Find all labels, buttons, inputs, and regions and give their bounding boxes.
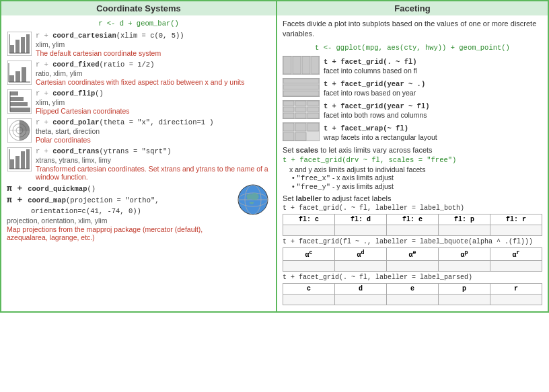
table3-cell-4 bbox=[439, 295, 490, 305]
table2-cell-5 bbox=[490, 261, 542, 272]
svg-rect-4 bbox=[26, 34, 30, 53]
svg-rect-58 bbox=[295, 123, 306, 131]
svg-rect-2 bbox=[15, 40, 20, 53]
bar-chart-flipped-icon bbox=[7, 89, 32, 114]
table1-cell-5 bbox=[490, 225, 542, 235]
coord-trans-text: r + coord_trans(ytrans = "sqrt") xtrans,… bbox=[36, 147, 270, 181]
svg-rect-43 bbox=[283, 79, 319, 83]
coord-fixed-text: r + coord_fixed(ratio = 1/2) ratio, xlim… bbox=[36, 60, 270, 86]
facet-grid-both-text: t + facet_grid(year ~ fl) facet into bot… bbox=[324, 102, 542, 119]
table1-cell-1 bbox=[283, 225, 335, 235]
svg-rect-14 bbox=[10, 91, 18, 95]
table2-container: t + facet_grid(fl ~ ., labeller = label_… bbox=[283, 238, 542, 272]
table1-cell-2 bbox=[335, 225, 387, 235]
labeller-header: Set labeller to adjust facet labels bbox=[283, 194, 542, 202]
table2-header-1: αc bbox=[283, 247, 335, 260]
table3-container: t + facet_grid(. ~ fl, labeller = label_… bbox=[283, 274, 542, 305]
table3-cell-3 bbox=[387, 295, 439, 305]
facet-wrap-row: t + facet_wrap(~ fl) wrap facets into a … bbox=[283, 122, 542, 143]
table2-cell-1 bbox=[283, 261, 335, 272]
table3-header-5: r bbox=[490, 284, 542, 295]
t-code: t <- ggplot(mpg, aes(cty, hwy)) + geom_p… bbox=[315, 44, 510, 52]
svg-rect-8 bbox=[9, 75, 14, 82]
svg-rect-41 bbox=[312, 56, 319, 74]
svg-rect-49 bbox=[307, 101, 319, 106]
table1-header-5: fl: r bbox=[490, 214, 542, 225]
facet-grid-cols-row: t + facet_grid(. ~ fl) facet into column… bbox=[283, 56, 542, 76]
table1: fl: c fl: d fl: e fl: p fl: r bbox=[283, 214, 542, 236]
svg-rect-29 bbox=[21, 151, 25, 169]
svg-rect-54 bbox=[295, 113, 306, 118]
bar-chart-wide-icon bbox=[7, 61, 32, 85]
table2-header-4: αp bbox=[439, 247, 490, 260]
scales-desc: x and y axis limits adjust to individual… bbox=[289, 165, 542, 173]
svg-rect-51 bbox=[295, 107, 306, 112]
table3-header-4: p bbox=[439, 284, 490, 295]
svg-rect-57 bbox=[283, 123, 294, 131]
facet-wrap-text: t + facet_wrap(~ fl) wrap facets into a … bbox=[324, 124, 542, 141]
svg-rect-16 bbox=[10, 102, 28, 106]
scales-code: t + facet_grid(drv ~ fl, scales = "free"… bbox=[283, 156, 542, 164]
table2-cell-3 bbox=[387, 261, 439, 272]
coord-polar-icon bbox=[7, 118, 32, 143]
right-panel: Faceting Facets divide a plot into subpl… bbox=[277, 1, 548, 311]
svg-rect-1 bbox=[10, 45, 14, 53]
facet-grid-cols-text: t + facet_grid(. ~ fl) facet into column… bbox=[324, 57, 542, 75]
table2-header-2: αd bbox=[335, 247, 387, 260]
table1-header-4: fl: p bbox=[439, 214, 490, 225]
coord-flip-icon bbox=[7, 89, 32, 114]
table2-header-3: αe bbox=[387, 247, 439, 260]
pi-section: π + coord_quickmap() π + coord_map(proje… bbox=[7, 184, 270, 241]
coord-polar-row: r + coord_polar(theta = "x", direction=1… bbox=[7, 118, 270, 144]
coord-flip-text: r + coord_flip() xlim, ylim Flipped Cart… bbox=[36, 89, 270, 115]
coord-flip-row: r + coord_flip() xlim, ylim Flipped Cart… bbox=[7, 89, 270, 115]
svg-rect-55 bbox=[307, 113, 319, 118]
svg-rect-10 bbox=[22, 67, 26, 82]
svg-rect-50 bbox=[283, 107, 294, 112]
bar-chart-transformed-icon bbox=[7, 147, 32, 171]
coord-trans-row: r + coord_trans(ytrans = "sqrt") xtrans,… bbox=[7, 147, 270, 181]
svg-rect-3 bbox=[21, 37, 25, 53]
svg-rect-27 bbox=[10, 159, 14, 169]
table2-cell-2 bbox=[335, 261, 387, 272]
table1-header-2: fl: d bbox=[335, 214, 387, 225]
globe-icon bbox=[237, 184, 269, 216]
svg-rect-60 bbox=[283, 132, 294, 141]
coord-cartesian-row: r + coord_cartesian(xlim = c(0, 5)) xlim… bbox=[7, 31, 270, 57]
svg-rect-48 bbox=[295, 101, 306, 106]
scales-bullet-1: • "free_x" - x axis limits adjust bbox=[292, 173, 542, 182]
coord-fixed-row: r + coord_fixed(ratio = 1/2) ratio, xlim… bbox=[7, 60, 270, 86]
facet-grid-both-row: t + facet_grid(year ~ fl) facet into bot… bbox=[283, 100, 542, 120]
left-title: Coordinate Systems bbox=[1, 1, 276, 15]
facet-cols-icon bbox=[283, 56, 320, 76]
svg-rect-40 bbox=[302, 56, 310, 74]
left-panel: Coordinate Systems r <- d + geom_bar() r… bbox=[1, 1, 277, 311]
intro-code: r <- d + geom_bar() bbox=[98, 19, 179, 28]
coord-cartesian-icon bbox=[7, 31, 32, 56]
table3-header-2: d bbox=[335, 284, 387, 295]
right-title: Faceting bbox=[277, 1, 548, 15]
table3-header-1: c bbox=[283, 284, 335, 295]
facet-grid-rows-text: t + facet_grid(year ~ .) facet into rows… bbox=[324, 79, 542, 97]
coord-fixed-icon bbox=[7, 60, 32, 85]
svg-rect-47 bbox=[283, 101, 294, 106]
svg-rect-61 bbox=[295, 132, 306, 141]
facet-grid-icon bbox=[283, 100, 320, 120]
svg-rect-53 bbox=[283, 113, 294, 118]
svg-rect-45 bbox=[283, 91, 319, 96]
coord-cartesian-text: r + coord_cartesian(xlim = c(0, 5)) xlim… bbox=[36, 31, 270, 57]
table2: αc αd αe αp αr bbox=[283, 247, 542, 272]
facet-rows-icon bbox=[283, 78, 320, 98]
svg-rect-9 bbox=[15, 71, 20, 82]
table2-cell-4 bbox=[439, 261, 490, 272]
table1-header-1: fl: c bbox=[283, 214, 335, 225]
svg-rect-30 bbox=[26, 149, 30, 169]
coord-polar-text: r + coord_polar(theta = "x", direction=1… bbox=[36, 118, 270, 144]
scales-header: Set scales to let axis limits vary acros… bbox=[283, 146, 542, 154]
svg-rect-44 bbox=[283, 85, 319, 89]
table3-cell-1 bbox=[283, 295, 335, 305]
table2-header-5: αr bbox=[490, 247, 542, 260]
svg-rect-15 bbox=[10, 97, 24, 101]
table1-cell-3 bbox=[387, 225, 439, 235]
facet-wrap-icon bbox=[283, 122, 320, 143]
